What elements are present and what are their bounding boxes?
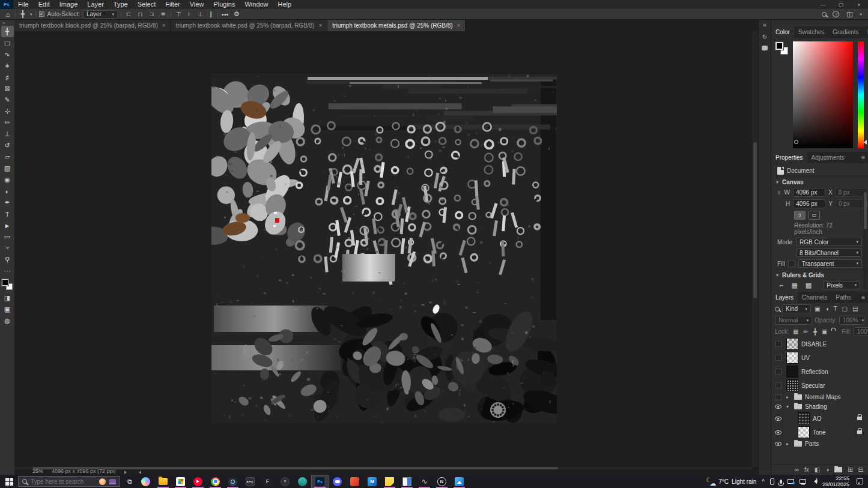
align-horizontal-centers-icon[interactable]: ⊓ (136, 11, 144, 17)
chevron-down-icon[interactable]: ▾ (786, 404, 791, 409)
layer-row-reflection[interactable]: Reflection (771, 365, 868, 379)
delete-layer-icon[interactable]: ⊟ (858, 466, 863, 473)
color-picker-circle-icon[interactable] (794, 140, 798, 144)
add-mask-icon[interactable]: ◧ (815, 466, 820, 473)
tool-marquee[interactable]: ▢ (1, 37, 14, 49)
start-button[interactable] (0, 475, 18, 488)
align-bottom-edges-icon[interactable]: ⊥ (196, 11, 205, 17)
auto-select-target-dropdown[interactable]: Layer ▾ (83, 10, 118, 19)
layer-group-normal-maps[interactable]: ▸ Normal Maps (771, 393, 868, 402)
tool-eyedropper[interactable]: ✎ (1, 94, 14, 106)
filter-pixel-layers-icon[interactable]: ▣ (813, 306, 821, 312)
settings-gear-icon[interactable]: ⚙ (232, 10, 241, 18)
taskbar-clock[interactable]: 22:55 28/01/2025 (822, 475, 849, 487)
opacity-dropdown[interactable]: 100% ▾ (839, 316, 864, 325)
visibility-toggle[interactable] (774, 402, 783, 411)
foreground-background-swatches[interactable] (1, 279, 13, 291)
visibility-toggle[interactable] (774, 337, 783, 351)
chevron-right-icon[interactable]: ▸ (786, 441, 791, 447)
foreground-color-swatch[interactable] (2, 279, 8, 286)
layer-name[interactable]: Tone (813, 429, 826, 436)
layer-name[interactable]: Specular (801, 382, 825, 389)
height-field[interactable] (793, 199, 825, 208)
menu-type[interactable]: Type (109, 0, 133, 9)
properties-scrollbar-thumb[interactable] (864, 192, 867, 229)
tool-hand[interactable]: ☞ (1, 242, 14, 254)
comments-panel-icon[interactable] (762, 46, 768, 50)
orientation-portrait-button[interactable]: ▯ (794, 211, 806, 220)
tool-brush[interactable]: ✏ (1, 117, 14, 128)
close-button[interactable]: × (850, 0, 868, 9)
help-icon[interactable]: ? (833, 11, 839, 17)
orientation-landscape-button[interactable]: ▭ (809, 211, 820, 220)
lock-artboard-icon[interactable]: ▣ (821, 328, 828, 335)
tool-gradient[interactable]: ▧ (1, 163, 14, 174)
menu-file[interactable]: File (13, 0, 34, 9)
taskbar-app-m[interactable]: M (363, 475, 381, 488)
tool-quick-select[interactable]: ∗ (1, 60, 14, 71)
menu-edit[interactable]: Edit (34, 0, 55, 9)
taskbar-app-steam[interactable] (224, 475, 241, 488)
layer-group-shading[interactable]: ▾ Shading (771, 402, 868, 412)
workspace-switcher-icon[interactable]: ◫ (845, 10, 854, 18)
layer-row-specular[interactable]: Specular (771, 379, 868, 393)
tool-move[interactable]: ╋ (1, 26, 14, 37)
layer-thumbnail[interactable] (798, 426, 810, 438)
tool-pen[interactable]: ✒ (1, 197, 14, 208)
filter-smart-objects-icon[interactable]: ▤ (851, 306, 859, 312)
tool-crop[interactable]: ♯ (1, 71, 14, 83)
tool-clone-stamp[interactable]: ⊥ (1, 128, 14, 140)
menu-window[interactable]: Window (240, 0, 273, 9)
search-highlight-icon[interactable] (99, 478, 106, 485)
adjustment-layer-icon[interactable]: ◑ (825, 466, 829, 473)
tab-channels[interactable]: Channels (798, 292, 831, 303)
tab-patterns[interactable]: Patterns (863, 26, 868, 38)
tab-paths[interactable]: Paths (831, 292, 855, 303)
align-right-edges-icon[interactable]: ⊐ (147, 11, 156, 17)
layer-thumbnail[interactable] (786, 379, 798, 391)
tab-gradients[interactable]: Gradients (828, 26, 863, 38)
filter-kind-dropdown[interactable]: Kind ▾ (782, 304, 811, 313)
guides-toggle-icon[interactable]: ▩ (803, 282, 814, 289)
link-dimensions-icon[interactable]: ∞ (776, 190, 782, 194)
toolbar-expand-icon[interactable]: » (0, 20, 5, 26)
tab-properties[interactable]: Properties (771, 152, 807, 163)
close-icon[interactable]: × (162, 22, 166, 29)
lock-pixels-icon[interactable]: ✏ (802, 328, 809, 335)
layer-group-parts[interactable]: ▸ Parts (771, 439, 868, 449)
color-swatch-pair[interactable] (775, 42, 789, 55)
taskbar-app-sticky-notes[interactable] (381, 475, 398, 488)
history-panel-icon[interactable]: ↻ (762, 34, 767, 40)
menu-help[interactable]: Help (273, 0, 297, 9)
screen-cast-icon[interactable] (788, 479, 794, 484)
tool-eraser[interactable]: ▱ (1, 151, 14, 163)
document-canvas[interactable] (211, 74, 557, 423)
fill-dropdown[interactable]: Transparent ▾ (798, 259, 862, 268)
layer-row-ao[interactable]: AO (771, 412, 868, 426)
tool-healing-brush[interactable]: ⊹ (1, 106, 14, 117)
minimize-button[interactable]: — (814, 0, 832, 9)
visibility-toggle[interactable] (774, 412, 783, 425)
tool-screen-mode[interactable]: ▣ (1, 304, 14, 315)
tool-frame[interactable]: ⊠ (1, 83, 14, 94)
search-highlight-hat-icon[interactable] (109, 479, 116, 484)
taskbar-app-discord[interactable] (329, 475, 346, 488)
taskbar-app-file-explorer[interactable] (154, 475, 172, 488)
horizontal-scrollbar-thumb[interactable] (32, 467, 558, 469)
tool-lasso[interactable]: ∿ (1, 49, 14, 60)
layer-row-uv[interactable]: UV (771, 351, 868, 365)
panel-menu-icon[interactable]: ≡ (858, 152, 868, 163)
layer-name[interactable]: Normal Maps (805, 394, 840, 400)
chevron-down-icon[interactable]: ▾ (776, 179, 778, 185)
taskbar-app-microsoft-store[interactable] (172, 475, 189, 488)
tool-path-select[interactable]: ► (1, 220, 14, 231)
new-layer-icon[interactable]: ⊞ (848, 466, 852, 473)
taskbar-app-nexus-mods[interactable]: N (433, 475, 451, 488)
layer-name[interactable]: Parts (805, 441, 819, 447)
weather-widget[interactable]: ☾ ☁ 7°C Light rain (706, 478, 756, 486)
new-group-icon[interactable] (834, 467, 842, 472)
tab-layers[interactable]: Layers (771, 292, 798, 303)
taskbar-app-signature[interactable]: ∿ (416, 475, 433, 488)
filter-adjustment-layers-icon[interactable]: ◑ (824, 306, 830, 312)
layer-name[interactable]: DISABLE (801, 341, 827, 348)
